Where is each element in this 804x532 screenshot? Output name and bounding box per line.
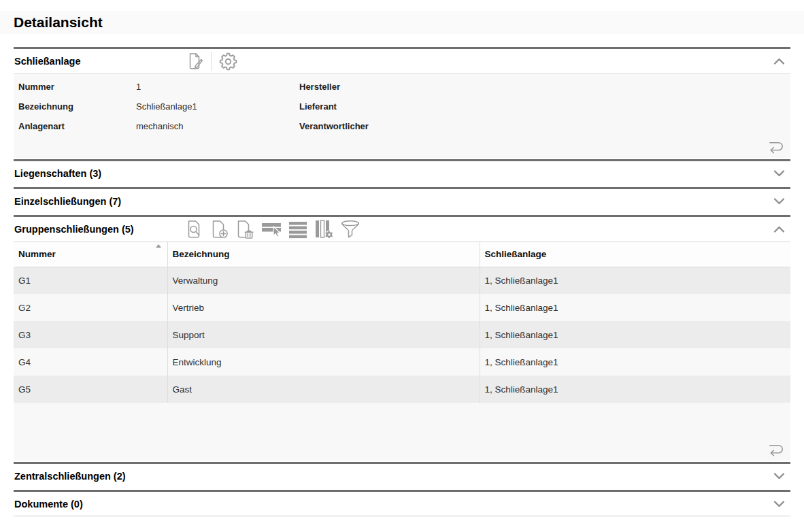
field-value-anlagenart: mechanisch [136, 120, 299, 132]
cell-bezeichnung: Gast [167, 376, 480, 403]
view-details-button[interactable] [185, 219, 204, 239]
section-title: Dokumente (0) [14, 499, 185, 510]
field-label-lieferant: Lieferant [299, 101, 423, 112]
rows-button[interactable] [288, 220, 307, 239]
section-zentralschliessungen: Zentralschließungen (2) [14, 462, 790, 488]
cell-bezeichnung: Vertrieb [167, 294, 480, 321]
section-title: Einzelschließungen (7) [14, 196, 185, 207]
cell-schliessanlage: 1, Schließanlage1 [480, 267, 790, 294]
edit-icon [185, 52, 204, 71]
chevron-down-icon [773, 500, 785, 508]
schliessanlage-body: Nummer 1 Hersteller Bezeichnung Schließa… [14, 73, 790, 158]
table-header-row: Nummer Bezeichnung Schließanlage [14, 242, 790, 267]
select-row-button[interactable] [261, 220, 282, 239]
section-title: Schließanlage [14, 56, 185, 67]
cell-bezeichnung: Support [167, 321, 480, 348]
delete-button[interactable] [235, 219, 254, 239]
section-gruppenschliessungen-header: Gruppenschließungen (5) [14, 215, 790, 242]
cell-schliessanlage: 1, Schließanlage1 [480, 294, 790, 321]
section-zentralschliessungen-header: Zentralschließungen (2) [14, 462, 790, 488]
gruppenschliessungen-body: Nummer Bezeichnung Schließanlage G1 [14, 242, 790, 461]
table-row[interactable]: G5 Gast 1, Schließanlage1 [14, 376, 790, 403]
section-einzelschliessungen: Einzelschließungen (7) [14, 187, 790, 214]
filter-icon [340, 220, 361, 239]
cell-nummer: G5 [14, 376, 167, 403]
expand-button[interactable] [773, 169, 785, 178]
add-button[interactable] [210, 219, 229, 239]
filter-button[interactable] [340, 220, 361, 239]
document-search-icon [185, 219, 204, 239]
field-label-verantwortlicher: Verantwortlicher [299, 120, 423, 132]
edit-button[interactable] [185, 52, 204, 71]
section-dokumente: Dokumente (0) [14, 490, 790, 516]
expand-button[interactable] [773, 472, 785, 480]
field-label-anlagenart: Anlagenart [18, 120, 136, 132]
column-settings-icon [314, 219, 334, 239]
column-header-bezeichnung[interactable]: Bezeichnung [167, 242, 480, 267]
expand-button[interactable] [773, 197, 785, 205]
sort-ascending-icon [156, 244, 161, 248]
section-schliessanlage: Schließanlage [14, 47, 790, 158]
document-add-icon [210, 219, 229, 239]
schliessanlage-fields: Nummer 1 Hersteller Bezeichnung Schließa… [14, 74, 790, 132]
schliessanlage-toolbar [185, 52, 773, 71]
table-row[interactable]: G2 Vertrieb 1, Schließanlage1 [14, 294, 790, 321]
column-header-nummer[interactable]: Nummer [14, 242, 167, 267]
page-title: Detailansicht [0, 11, 804, 34]
cell-bezeichnung: Verwaltung [167, 267, 480, 294]
column-settings-button[interactable] [314, 219, 334, 239]
select-row-icon [261, 220, 282, 239]
section-dokumente-header: Dokumente (0) [14, 490, 790, 516]
column-header-schliessanlage[interactable]: Schließanlage [480, 242, 790, 267]
section-title: Liegenschaften (3) [14, 168, 185, 179]
cell-nummer: G2 [14, 294, 167, 321]
field-value-hersteller [423, 81, 790, 93]
cell-schliessanlage: 1, Schließanlage1 [480, 321, 790, 348]
revert-button[interactable] [767, 139, 785, 154]
chevron-up-icon [773, 57, 785, 65]
cell-schliessanlage: 1, Schließanlage1 [480, 376, 790, 403]
section-title: Zentralschließungen (2) [14, 471, 185, 482]
chevron-up-icon [773, 225, 785, 233]
section-gruppenschliessungen: Gruppenschließungen (5) [14, 215, 790, 461]
table-row[interactable]: G1 Verwaltung 1, Schließanlage1 [14, 267, 790, 294]
field-value-nummer: 1 [136, 81, 299, 93]
rows-icon [288, 220, 307, 239]
undo-icon [767, 442, 785, 456]
table-row[interactable]: G3 Support 1, Schließanlage1 [14, 321, 790, 348]
field-label-bezeichnung: Bezeichnung [18, 101, 136, 112]
expand-button[interactable] [773, 500, 785, 508]
section-einzelschliessungen-header: Einzelschließungen (7) [14, 187, 790, 214]
section-title: Gruppenschließungen (5) [14, 224, 185, 235]
settings-button[interactable] [218, 52, 238, 71]
cell-schliessanlage: 1, Schließanlage1 [480, 348, 790, 376]
field-value-bezeichnung: Schließanlage1 [136, 101, 299, 112]
field-label-hersteller: Hersteller [299, 81, 423, 93]
field-label-nummer: Nummer [18, 81, 136, 93]
document-delete-icon [235, 219, 254, 239]
detail-view: Schließanlage [14, 47, 790, 516]
chevron-down-icon [773, 472, 785, 480]
field-value-lieferant [423, 101, 790, 112]
collapse-button[interactable] [773, 57, 785, 65]
chevron-down-icon [773, 197, 785, 205]
cell-nummer: G3 [14, 321, 167, 348]
section-schliessanlage-header: Schließanlage [14, 47, 790, 73]
toolbar-divider [211, 52, 212, 71]
cell-bezeichnung: Entwicklung [167, 348, 480, 376]
gruppenschliessungen-toolbar [185, 219, 773, 239]
gear-icon [218, 52, 238, 71]
table-row[interactable]: G4 Entwicklung 1, Schließanlage1 [14, 348, 790, 376]
cell-nummer: G4 [14, 348, 167, 376]
undo-icon [767, 139, 785, 154]
section-liegenschaften-header: Liegenschaften (3) [14, 159, 790, 186]
collapse-button[interactable] [773, 225, 785, 233]
chevron-down-icon [773, 169, 785, 178]
gruppenschliessungen-table: Nummer Bezeichnung Schließanlage G1 [14, 242, 790, 403]
revert-button[interactable] [767, 442, 785, 456]
field-value-verantwortlicher [423, 120, 790, 132]
title-band: Detailansicht [0, 11, 804, 34]
section-liegenschaften: Liegenschaften (3) [14, 159, 790, 186]
cell-nummer: G1 [14, 267, 167, 294]
